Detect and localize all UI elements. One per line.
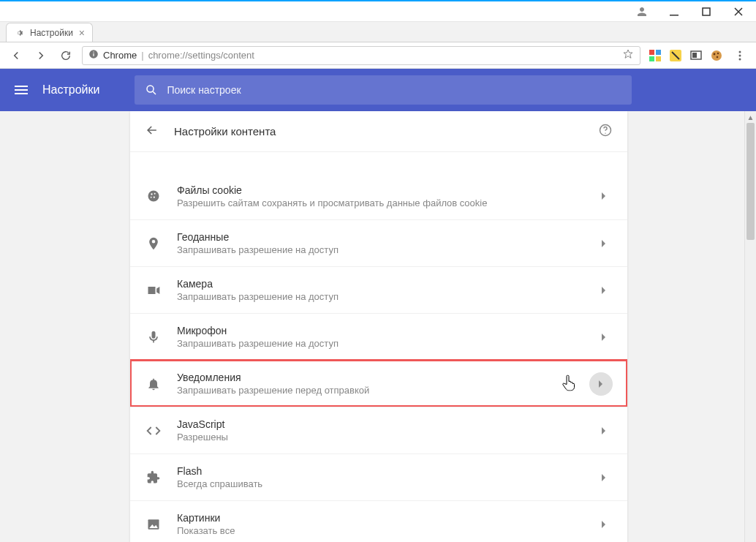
row-label: Камера <box>177 278 581 290</box>
content-row-cookie[interactable]: Файлы cookieРазрешить сайтам сохранять и… <box>130 173 627 219</box>
page-title: Настройки контента <box>174 125 583 138</box>
help-icon[interactable] <box>598 123 613 140</box>
code-icon <box>145 424 162 438</box>
chevron-right-icon <box>595 286 613 295</box>
extension-icon[interactable] <box>648 48 662 63</box>
svg-rect-0 <box>670 15 678 16</box>
row-label: Уведомления <box>177 372 575 383</box>
svg-rect-6 <box>656 50 661 55</box>
tab-close-icon[interactable]: × <box>79 27 85 39</box>
row-label: Микрофон <box>177 325 581 336</box>
extension-icon[interactable] <box>689 48 703 63</box>
svg-point-15 <box>717 56 719 58</box>
row-sublabel: Запрашивать разрешение перед отправкой <box>177 385 575 396</box>
svg-point-19 <box>147 86 154 92</box>
chevron-right-icon <box>595 473 613 482</box>
svg-rect-5 <box>649 50 654 55</box>
row-sublabel: Запрашивать разрешение на доступ <box>177 291 581 302</box>
hamburger-menu-icon[interactable] <box>15 86 28 94</box>
svg-rect-1 <box>703 8 710 15</box>
settings-search-input[interactable] <box>167 84 621 96</box>
settings-title: Настройки <box>42 83 99 97</box>
row-label: Flash <box>177 465 581 477</box>
svg-rect-3 <box>93 53 94 56</box>
content-row-bell[interactable]: УведомленияЗапрашивать разрешение перед … <box>130 360 627 407</box>
svg-rect-8 <box>656 56 661 61</box>
chevron-right-icon <box>589 372 613 396</box>
row-sublabel: Разрешить сайтам сохранять и просматрива… <box>177 197 581 208</box>
row-sublabel: Разрешены <box>177 432 581 443</box>
row-sublabel: Запрашивать разрешение на доступ <box>177 338 581 349</box>
tab-title: Настройки <box>30 28 73 38</box>
omnibox-url: chrome://settings/content <box>148 50 254 61</box>
profile-icon[interactable] <box>626 1 658 22</box>
window-minimize-button[interactable] <box>658 1 690 22</box>
omnibox-scheme-label: Chrome <box>103 50 137 61</box>
svg-point-18 <box>739 58 741 60</box>
forward-button[interactable] <box>32 47 50 64</box>
location-icon <box>145 236 162 251</box>
row-label: JavaScript <box>177 418 581 430</box>
content-settings-card: Настройки контента Файлы cookieРазрешить… <box>130 111 627 542</box>
puzzle-icon <box>145 470 162 485</box>
svg-point-16 <box>739 50 741 53</box>
content-area: Настройки контента Файлы cookieРазрешить… <box>0 111 756 542</box>
tab-strip: Настройки × <box>0 22 756 42</box>
window-titlebar <box>0 1 756 22</box>
row-sublabel: Показать все <box>177 525 581 536</box>
scrollbar-thumb[interactable] <box>746 123 755 240</box>
browser-tab[interactable]: Настройки × <box>6 23 93 42</box>
chevron-right-icon <box>595 520 613 529</box>
scroll-up-arrow[interactable]: ▲ <box>745 111 756 123</box>
svg-point-26 <box>151 197 152 198</box>
chevron-right-icon <box>595 426 613 435</box>
extension-icon[interactable] <box>668 48 683 63</box>
chrome-menu-button[interactable] <box>731 47 749 64</box>
chevron-right-icon <box>595 333 613 342</box>
extension-icons <box>648 48 724 63</box>
omnibox[interactable]: Chrome | chrome://settings/content <box>82 46 640 65</box>
vertical-scrollbar[interactable]: ▲ <box>744 111 756 542</box>
window-close-button[interactable] <box>722 1 755 22</box>
content-row-image[interactable]: КартинкиПоказать все <box>130 500 627 542</box>
back-button[interactable] <box>7 47 25 64</box>
row-label: Файлы cookie <box>177 184 581 196</box>
svg-point-22 <box>148 191 159 202</box>
svg-point-23 <box>151 193 152 195</box>
svg-rect-11 <box>692 53 697 58</box>
settings-search[interactable] <box>135 75 632 105</box>
mic-icon <box>145 330 162 345</box>
content-row-code[interactable]: JavaScriptРазрешены <box>130 407 627 453</box>
address-bar: Chrome | chrome://settings/content <box>0 42 756 69</box>
settings-header: Настройки <box>0 69 756 111</box>
row-sublabel: Всегда спрашивать <box>177 478 581 489</box>
chevron-right-icon <box>595 192 613 200</box>
svg-point-14 <box>717 52 719 53</box>
svg-rect-4 <box>93 52 94 53</box>
row-sublabel: Запрашивать разрешение на доступ <box>177 244 581 255</box>
svg-point-21 <box>605 133 605 134</box>
reload-button[interactable] <box>57 47 75 64</box>
chevron-right-icon <box>595 239 613 248</box>
camera-icon <box>145 283 162 298</box>
svg-point-25 <box>154 197 155 198</box>
bell-icon <box>145 377 162 391</box>
extension-icon[interactable] <box>709 48 724 63</box>
svg-point-17 <box>739 54 741 56</box>
content-row-camera[interactable]: КамераЗапрашивать разрешение на доступ <box>130 266 627 313</box>
cookie-icon <box>145 189 162 203</box>
image-icon <box>145 517 162 532</box>
svg-point-24 <box>154 193 156 195</box>
row-label: Картинки <box>177 512 581 524</box>
bookmark-star-icon[interactable] <box>622 48 634 62</box>
card-header: Настройки контента <box>130 111 627 152</box>
site-info-icon[interactable] <box>88 49 99 61</box>
search-icon <box>145 83 158 97</box>
content-row-location[interactable]: ГеоданныеЗапрашивать разрешение на досту… <box>130 219 627 266</box>
svg-rect-7 <box>649 56 654 61</box>
window-maximize-button[interactable] <box>690 1 722 22</box>
svg-point-12 <box>711 50 722 61</box>
content-row-puzzle[interactable]: FlashВсегда спрашивать <box>130 453 627 500</box>
back-arrow-icon[interactable] <box>145 123 159 140</box>
content-row-mic[interactable]: МикрофонЗапрашивать разрешение на доступ <box>130 313 627 360</box>
